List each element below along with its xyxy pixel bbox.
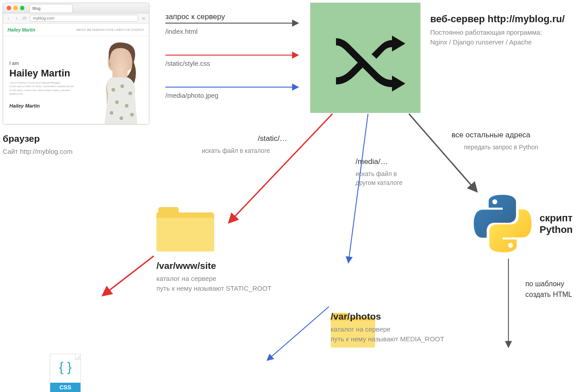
server-title: веб-сервер http://myblog.ru/ — [430, 13, 565, 25]
browser-tab: Blog — [29, 4, 73, 12]
arrow-route-python — [409, 114, 476, 191]
static-desc1: каталог на сервере — [156, 275, 216, 282]
media-path: /var/photos — [331, 311, 381, 322]
svg-point-5 — [110, 111, 113, 115]
hero-signature: Hailey Martin — [9, 103, 40, 108]
route-media-desc2: другом каталоге — [356, 179, 403, 188]
static-desc2: путь к нему называют STATIC_ROOT — [156, 284, 272, 292]
arrow-static-to-files — [103, 256, 154, 295]
routing-icon — [310, 3, 420, 113]
svg-point-2 — [128, 92, 132, 95]
media-desc2: путь к нему называют MEDIA_ROOT — [331, 335, 444, 343]
arrow-media-to-jpg — [268, 307, 329, 360]
svg-point-1 — [120, 84, 124, 88]
folder-static-icon — [156, 207, 214, 252]
request-path-2: /static/style.css — [165, 60, 210, 67]
route-media-label: /media/… — [356, 157, 388, 166]
media-desc1: каталог на сервере — [331, 325, 391, 333]
max-dot — [20, 6, 24, 10]
arrow-route-static — [229, 114, 332, 222]
server-desc2: Nginx / Django runserver / Apache — [430, 37, 532, 47]
browser-titlebar: Blog — [3, 3, 149, 13]
svg-point-4 — [125, 104, 128, 108]
reload-icon: ⟳ — [22, 16, 27, 21]
hero-image — [82, 36, 149, 124]
template-desc1: по шаблону — [525, 280, 564, 288]
menu-icon: ≡ — [141, 16, 146, 21]
svg-point-6 — [130, 113, 134, 116]
requests-heading: запрос к серверу — [165, 12, 225, 21]
route-static-label: /static/… — [258, 134, 287, 143]
server-desc1: Постоянно работающая программа: — [430, 28, 542, 37]
route-static-desc: искать файл в каталоге — [202, 147, 270, 156]
request-path-1: /index.html — [165, 28, 198, 35]
browser-subtitle: Сайт http://myblog.com — [3, 147, 72, 156]
url-field: myblog.com — [30, 15, 138, 22]
svg-point-0 — [112, 88, 115, 92]
svg-point-3 — [115, 100, 119, 104]
site-logo: Hailey Martin — [8, 28, 35, 32]
browser-title: браузер — [3, 133, 40, 144]
route-media-desc1: искать файл в — [356, 170, 397, 179]
svg-point-7 — [120, 116, 123, 120]
static-path: /var/www/site — [156, 260, 216, 271]
python-title1: скрипт — [540, 212, 572, 224]
route-other-desc: передать запрос в Python — [464, 143, 538, 152]
site-menu: ABOUT ME FASHION FOOD LIFESTYLE CONTACT — [76, 28, 145, 31]
arrow-route-media — [348, 114, 368, 262]
hero-name: Hailey Martin — [9, 68, 70, 79]
close-dot — [7, 6, 11, 10]
server-box — [310, 3, 420, 113]
template-desc2: создать HTML — [525, 291, 572, 299]
hero-iam: I am — [9, 60, 19, 66]
browser-mock: Blog ‹ › ⟳ myblog.com ≡ Hailey Martin AB… — [3, 3, 149, 124]
python-logo-icon — [474, 195, 532, 252]
route-other-label: все остальные адреса — [452, 131, 530, 140]
browser-viewport: Hailey Martin ABOUT ME FASHION FOOD LIFE… — [3, 24, 149, 124]
python-title2: Python — [540, 224, 573, 236]
forward-icon: › — [14, 16, 19, 21]
css-file-icon: { } CSS — [50, 354, 81, 392]
back-icon: ‹ — [6, 16, 11, 21]
min-dot — [13, 6, 18, 10]
hero-desc: I am a Fashion, Food and Lifestyle Blogg… — [9, 81, 76, 96]
request-path-3: /media/photo.jpeg — [165, 92, 218, 99]
browser-address-bar: ‹ › ⟳ myblog.com ≡ — [3, 13, 149, 24]
